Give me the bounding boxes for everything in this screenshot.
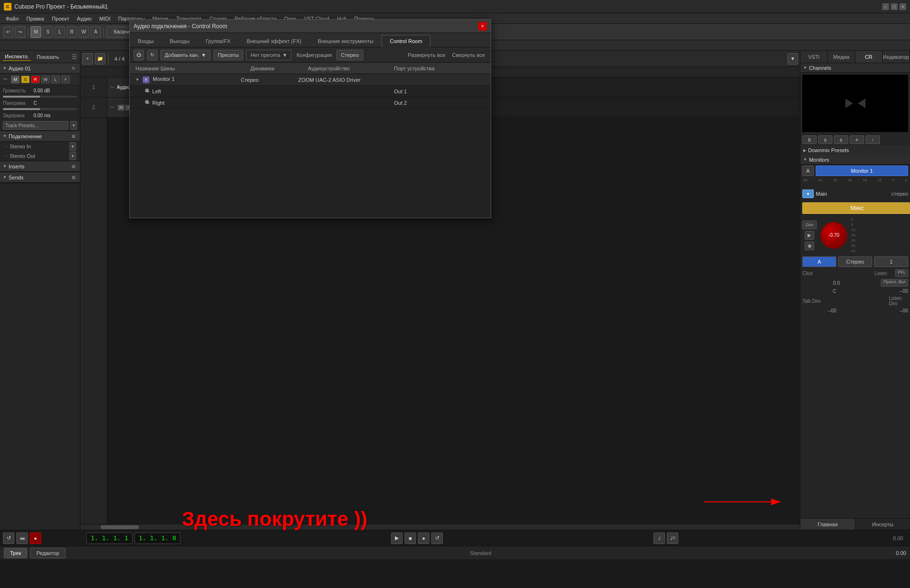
track-l-button[interactable]: L (51, 76, 60, 83)
record-button2[interactable]: ● (418, 533, 429, 544)
a-button[interactable]: A (90, 26, 101, 38)
dialog-tab-external-fx[interactable]: Внешний эффект (FX) (239, 35, 310, 47)
monitors-section-header[interactable]: ▼ Monitors (800, 155, 910, 165)
expand-all-button[interactable]: Развернуть все (406, 50, 448, 60)
status-value: 0.00 (889, 535, 907, 541)
config-value[interactable]: Стерео (337, 50, 363, 60)
scrollbar-thumb[interactable] (101, 525, 139, 529)
rp-btn-s[interactable]: s (818, 135, 832, 144)
monitor-1-button[interactable]: Monitor 1 (816, 166, 908, 176)
horizontal-scrollbar[interactable] (80, 524, 800, 530)
rp-btn-s2[interactable]: s (834, 135, 848, 144)
dialog-refresh-button[interactable]: ↻ (147, 50, 157, 60)
monitor-a-button[interactable]: A (802, 166, 814, 176)
rp-tab-indicator[interactable]: Индикатор (883, 51, 910, 63)
talkback-button[interactable]: ▶ (805, 231, 814, 240)
s-button[interactable]: S (43, 26, 53, 38)
dim-button[interactable]: Dim (802, 221, 817, 229)
rp-tab-cr[interactable]: CR (855, 51, 883, 63)
close-button[interactable]: × (899, 3, 906, 10)
stereo-button[interactable]: Стерео (838, 256, 872, 267)
main-on-button[interactable]: ● (802, 189, 814, 198)
rewind-button[interactable]: ⏮ (16, 533, 28, 544)
add-track-button[interactable]: + (82, 53, 93, 65)
sends-icon[interactable]: ⊞ (70, 174, 77, 181)
l-button[interactable]: L (55, 26, 65, 38)
menu-midi[interactable]: MIDI (95, 15, 114, 22)
connection-icon[interactable]: ⊞ (70, 133, 77, 140)
track-2-m-btn[interactable]: M (118, 105, 124, 111)
audio-connections-dialog[interactable]: Аудио подключения - Control Room × Входы… (129, 19, 491, 218)
stereo-out-dropdown[interactable]: ▼ (69, 152, 76, 160)
transport-standard-label: Standard (470, 550, 492, 556)
cycle-button[interactable]: ↺ (431, 533, 443, 544)
rp-tab-vsti[interactable]: VSTi (800, 51, 828, 63)
bs-tab-editor[interactable]: Редактор (30, 548, 65, 558)
play-button[interactable]: ▶ (391, 533, 403, 544)
track-presets-arrow[interactable]: ▼ (70, 121, 77, 130)
scroll-right-btn[interactable]: ▼ (787, 53, 798, 65)
volume-slider-track (3, 96, 77, 98)
menu-file[interactable]: Файл (2, 15, 22, 22)
menu-audio[interactable]: Аудио (73, 15, 95, 22)
dialog-tab-inputs[interactable]: Входы (130, 35, 162, 47)
loop-button[interactable]: ↺ (3, 533, 14, 544)
rp-btn-arr[interactable]: ↑ (865, 135, 880, 144)
redo-button[interactable]: ↪ (15, 26, 25, 38)
tempo-button[interactable]: ♩= (667, 533, 678, 544)
minimize-button[interactable]: − (882, 3, 889, 10)
track-x-button[interactable]: × (61, 76, 70, 83)
proslushat-button[interactable]: Просл. Вкл (881, 279, 908, 287)
rp-bottom-tab-inserts[interactable]: Инсерты (855, 519, 910, 530)
track-s-button[interactable]: S (21, 76, 30, 83)
dialog-power-button[interactable]: ⏻ (134, 50, 144, 60)
m-button[interactable]: M (31, 26, 41, 38)
stop-button[interactable]: ■ (404, 533, 416, 544)
sends-section-header[interactable]: ▼ Sends ⊞ (0, 172, 80, 183)
pfl-button[interactable]: PFL (895, 269, 908, 277)
track-m-button[interactable]: M (11, 76, 20, 83)
maximize-button[interactable]: □ (891, 3, 898, 10)
dialog-tab-external-inst[interactable]: Внешние инструменты (310, 35, 382, 47)
dialog-tab-outputs[interactable]: Выходы (162, 35, 198, 47)
dialog-tab-group-fx[interactable]: Группа/FX (198, 35, 239, 47)
r-button[interactable]: R (67, 26, 77, 38)
a-channel-button[interactable]: A (802, 256, 836, 267)
track-presets-button[interactable]: Track Presets... (3, 121, 68, 130)
dialog-add-channel-button[interactable]: Добавить кан. ▼ (160, 50, 211, 60)
record-button[interactable]: ● (30, 533, 41, 544)
inspector-tab-show[interactable]: Показать (35, 53, 61, 61)
stereo-in-dropdown[interactable]: ▼ (69, 142, 76, 151)
channels-section-header[interactable]: ▼ Channels (800, 63, 910, 73)
w-button[interactable]: W (79, 26, 89, 38)
main-volume-knob[interactable]: -0.70 (820, 222, 847, 249)
dialog-tab-control-room[interactable]: Control Room (382, 35, 430, 47)
inserts-icon[interactable]: ⊞ (70, 163, 77, 170)
connection-label: Подключение (9, 133, 68, 139)
track-r-button[interactable]: R (31, 76, 40, 83)
dialog-close-button[interactable]: × (478, 22, 487, 31)
rp-bottom-tab-main[interactable]: Главная (800, 519, 855, 530)
rp-btn-b[interactable]: b (802, 135, 817, 144)
track-w-button[interactable]: W (41, 76, 50, 83)
collapse-all-button[interactable]: Свернуть все (450, 50, 487, 60)
connection-section-header[interactable]: ▼ Подключение ⊞ (0, 131, 80, 142)
one-button[interactable]: 1 (874, 256, 908, 267)
inspector-tab-inspector[interactable]: Инспекто. (3, 53, 31, 61)
menu-project[interactable]: Проект (48, 15, 73, 22)
folder-icon[interactable]: 📁 (95, 53, 105, 65)
dialog-presets-button[interactable]: Пресеты (213, 50, 243, 60)
listen-button[interactable]: ◉ (805, 242, 814, 250)
inspector-menu-icon[interactable]: ☰ (72, 54, 77, 60)
undo-button[interactable]: ↩ (3, 26, 13, 38)
rp-tab-media[interactable]: Медиа (828, 51, 855, 63)
rp-btn-x[interactable]: × (850, 135, 864, 144)
metronome-button[interactable]: ♩ (653, 533, 665, 544)
mix-button[interactable]: Микс (802, 202, 910, 214)
downmix-presets-header[interactable]: ▶ Downmix Presets (800, 145, 910, 155)
audio-track-refresh-icon[interactable]: ↻ (70, 65, 77, 72)
audio-section-header[interactable]: ▼ Аудио 01 ↻ (0, 63, 80, 74)
inserts-section-header[interactable]: ▼ Inserts ⊞ (0, 161, 80, 172)
menu-edit[interactable]: Правка (22, 15, 48, 22)
bs-tab-track[interactable]: Трек (4, 548, 27, 558)
